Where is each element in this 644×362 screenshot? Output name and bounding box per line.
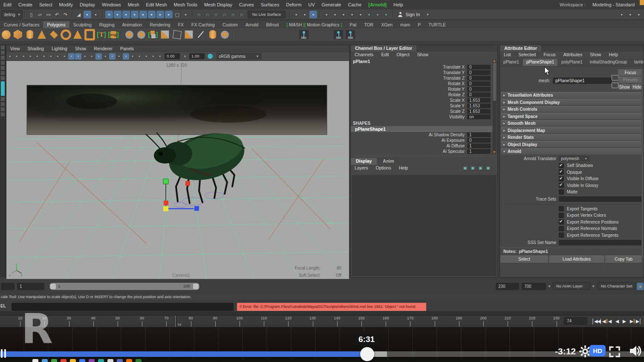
- shelf-tab-custom[interactable]: Custom: [219, 21, 242, 28]
- attribute-editor-scrollbar[interactable]: [641, 71, 644, 258]
- render-view-icon[interactable]: ▪: [323, 11, 330, 18]
- rotate-tool-icon[interactable]: ▪: [122, 11, 130, 18]
- menu-cache[interactable]: Cache: [344, 2, 365, 7]
- shelf-tab-xgen[interactable]: XGen: [377, 21, 396, 28]
- snap-curve-icon[interactable]: ∩: [204, 11, 211, 18]
- layout-button[interactable]: [1, 97, 5, 101]
- menu-curves[interactable]: Curves: [236, 2, 257, 7]
- taskbar-app-icon[interactable]: [32, 359, 38, 362]
- hd-badge[interactable]: HD: [589, 345, 606, 356]
- snap-together-icon[interactable]: ▪: [136, 53, 143, 60]
- poly-cone-icon[interactable]: [37, 29, 47, 40]
- last-tool-icon[interactable]: ▪: [165, 11, 173, 18]
- section-displacement-map[interactable]: ▸Displacement Map: [501, 127, 643, 133]
- viewport-menu-renderer[interactable]: Renderer: [90, 46, 116, 51]
- fullscreen-icon[interactable]: [609, 346, 621, 359]
- flag-visible-in-glossy[interactable]: Visible In Glossy: [500, 182, 644, 189]
- attribute-editor-tab[interactable]: Attribute Editor: [500, 45, 644, 52]
- node-tab-initialshadinggroup[interactable]: initialShadingGroup: [586, 59, 630, 66]
- channel-row-ai-exposure[interactable]: Ai Exposure0: [351, 138, 497, 143]
- taskbar-app-icon[interactable]: [107, 359, 113, 362]
- attribute-toggle-icon[interactable]: ▪: [627, 11, 634, 18]
- anim-layer-field[interactable]: No Anim Layer: [553, 282, 590, 290]
- ae-menu-list[interactable]: List: [500, 52, 514, 57]
- section-mesh-component-display[interactable]: ▸Mesh Component Display: [501, 99, 643, 105]
- smooth-icon[interactable]: [160, 29, 170, 40]
- taskbar-app-icon[interactable]: [51, 359, 57, 362]
- channel-box-tab[interactable]: Channel Box / Layer Editor: [351, 45, 497, 52]
- time-slider[interactable]: 1020304050607080901001101201301401501601…: [0, 315, 644, 328]
- menu-generate[interactable]: Generate: [318, 2, 345, 7]
- curve-tool-icon[interactable]: ▪: [114, 11, 121, 18]
- ik-handle-icon[interactable]: Skel: [333, 29, 344, 40]
- current-frame-field[interactable]: 74: [563, 317, 587, 325]
- checkbox-export-reference-positions[interactable]: [559, 219, 564, 224]
- ae-menu-attributes[interactable]: Attributes: [560, 52, 586, 57]
- menu-arnold[interactable]: [Arnold]: [365, 2, 390, 7]
- poly-sphere-icon[interactable]: [1, 29, 12, 40]
- toolbox-active-layout[interactable]: [1, 81, 5, 96]
- scroll-thumb[interactable]: [493, 63, 496, 101]
- paste-pivot-icon[interactable]: ▪: [150, 53, 156, 60]
- redo-icon[interactable]: ↷: [62, 11, 69, 18]
- channel-menu-show[interactable]: Show: [413, 52, 432, 57]
- flag-matte[interactable]: Matte: [500, 189, 644, 195]
- menu-mesh-tools[interactable]: Mesh Tools: [170, 2, 201, 7]
- checkbox-matte[interactable]: [559, 190, 564, 195]
- sign-in-button[interactable]: Sign In ▼: [398, 12, 429, 17]
- channel-row-scale-y[interactable]: Scale Y1.653: [351, 103, 497, 109]
- volume-icon[interactable]: [627, 343, 643, 360]
- layer-move-down-icon[interactable]: ▣: [485, 165, 491, 171]
- sss-set-name-field[interactable]: [559, 240, 643, 245]
- arnold-tx-manager-icon[interactable]: ▪: [382, 11, 390, 18]
- shelf-tab-mam[interactable]: mam: [396, 21, 414, 28]
- channel-row-translate-z[interactable]: Translate Z0: [351, 75, 497, 81]
- select-tool-icon[interactable]: ◢: [75, 11, 83, 18]
- wireframe-icon[interactable]: ▪: [61, 53, 68, 60]
- channel-row-ai-shadow-density[interactable]: Ai Shadow Density1: [351, 132, 497, 138]
- channel-value-field[interactable]: 0: [467, 81, 491, 86]
- render-current-frame-icon[interactable]: ▪: [331, 11, 339, 18]
- toolbox-tool-icon[interactable]: [1, 71, 5, 75]
- chevron-down-icon[interactable]: ▼: [592, 284, 595, 288]
- channel-value-field[interactable]: 1.653: [467, 103, 491, 108]
- go-to-range-start-icon[interactable]: │◀◀: [592, 317, 599, 325]
- shelf-tab-animation[interactable]: Animation: [118, 21, 146, 28]
- ae-menu-help[interactable]: Help: [605, 52, 622, 57]
- exposure-field[interactable]: 0.00: [165, 53, 180, 59]
- channel-box-scrollbar[interactable]: [493, 59, 497, 154]
- start-frame-box[interactable]: [1, 283, 14, 290]
- camera-select-icon[interactable]: ▪: [7, 53, 13, 60]
- channel-value-field[interactable]: 0: [467, 87, 491, 92]
- taskbar-app-icon[interactable]: [117, 359, 123, 362]
- shelf-tab-turtle[interactable]: TURTLE: [425, 21, 450, 28]
- pose-icon[interactable]: ▪: [157, 53, 163, 60]
- quad-draw-icon[interactable]: [219, 29, 230, 40]
- progress-scrubber[interactable]: [360, 347, 374, 361]
- snap-point-icon[interactable]: ∩: [212, 11, 220, 18]
- section-render-stats[interactable]: ▸Render Stats: [501, 134, 643, 141]
- node-tab-lambe[interactable]: lambe: [631, 59, 644, 66]
- flag-self-shadows[interactable]: Self Shadows: [500, 162, 644, 169]
- viewport-menu-view[interactable]: View: [6, 46, 24, 51]
- channel-menu-edit[interactable]: Edit: [377, 52, 393, 57]
- poly-torus-icon[interactable]: [61, 29, 71, 40]
- shelf-tab-fx-caching[interactable]: FX Caching: [188, 21, 219, 28]
- lock-icon[interactable]: ▢: [173, 11, 181, 18]
- menu-mesh-display[interactable]: Mesh Display: [201, 2, 236, 7]
- flag-export-reference-tangents[interactable]: Export Reference Tangents: [500, 232, 644, 239]
- chevron-down-icon[interactable]: ▼: [548, 284, 551, 288]
- play-forward-icon[interactable]: ▶: [621, 317, 628, 325]
- poke-face-icon[interactable]: [184, 29, 194, 40]
- step-back-key-icon[interactable]: ◀: [606, 317, 613, 325]
- lattice-tool-icon[interactable]: ▪: [139, 11, 147, 18]
- toolbox-tool-icon[interactable]: [1, 51, 5, 55]
- hide-button[interactable]: Hide: [631, 84, 643, 90]
- scale-tool-icon[interactable]: ▪: [131, 11, 139, 18]
- scale-z-handle[interactable]: [194, 206, 199, 211]
- scroll-up-icon[interactable]: [493, 60, 496, 62]
- menu-surfaces[interactable]: Surfaces: [257, 2, 283, 7]
- snap-projected-icon[interactable]: ∩: [221, 11, 228, 18]
- textured-icon[interactable]: ▪: [75, 53, 81, 60]
- multi-cut-icon[interactable]: [208, 29, 218, 40]
